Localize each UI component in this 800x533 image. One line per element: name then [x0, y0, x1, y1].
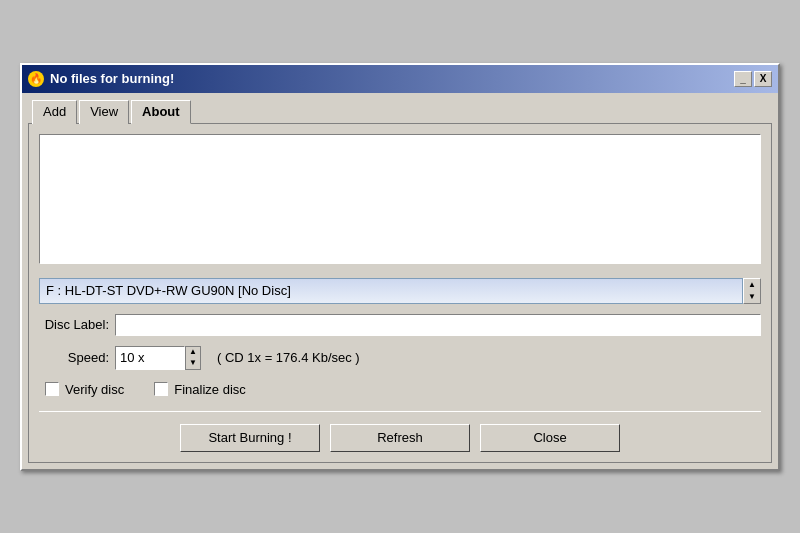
speed-input[interactable] [115, 346, 185, 370]
close-button-main[interactable]: Close [480, 424, 620, 452]
speed-spinner-down-icon[interactable]: ▼ [186, 358, 200, 369]
checkbox-row: Verify disc Finalize disc [39, 382, 761, 397]
verify-disc-item: Verify disc [45, 382, 124, 397]
button-row: Start Burning ! Refresh Close [39, 420, 761, 452]
disc-label-row: Disc Label: [39, 314, 761, 336]
finalize-disc-item: Finalize disc [154, 382, 246, 397]
window-body: Add View About F : HL-DT-ST DVD+-RW GU90… [22, 93, 778, 469]
speed-input-wrap: ▲ ▼ [115, 346, 201, 370]
drive-select[interactable]: F : HL-DT-ST DVD+-RW GU90N [No Disc] [39, 278, 743, 304]
separator [39, 411, 761, 412]
title-bar: 🔥 No files for burning! _ X [22, 65, 778, 93]
disc-label-input[interactable] [115, 314, 761, 336]
speed-row: Speed: ▲ ▼ ( CD 1x = 176.4 Kb/sec ) [39, 346, 761, 370]
window-icon: 🔥 [28, 71, 44, 87]
title-bar-left: 🔥 No files for burning! [28, 71, 174, 87]
finalize-disc-label: Finalize disc [174, 382, 246, 397]
finalize-disc-checkbox[interactable] [154, 382, 168, 396]
main-window: 🔥 No files for burning! _ X Add View Abo… [20, 63, 780, 471]
drive-spinner[interactable]: ▲ ▼ [743, 278, 761, 304]
start-burning-button[interactable]: Start Burning ! [180, 424, 320, 452]
refresh-button[interactable]: Refresh [330, 424, 470, 452]
title-bar-controls: _ X [734, 71, 772, 87]
tab-bar: Add View About [28, 99, 772, 123]
speed-spinner-up-icon[interactable]: ▲ [186, 347, 200, 358]
spinner-up-icon[interactable]: ▲ [744, 279, 760, 291]
tab-view[interactable]: View [79, 100, 129, 124]
window-title: No files for burning! [50, 71, 174, 86]
close-button[interactable]: X [754, 71, 772, 87]
verify-disc-label: Verify disc [65, 382, 124, 397]
file-list-box [39, 134, 761, 264]
drive-row: F : HL-DT-ST DVD+-RW GU90N [No Disc] ▲ ▼ [39, 278, 761, 304]
tab-about[interactable]: About [131, 100, 191, 124]
minimize-button[interactable]: _ [734, 71, 752, 87]
spinner-down-icon[interactable]: ▼ [744, 291, 760, 303]
speed-label-text: Speed: [39, 350, 109, 365]
content-area: F : HL-DT-ST DVD+-RW GU90N [No Disc] ▲ ▼… [28, 123, 772, 463]
speed-spinner[interactable]: ▲ ▼ [185, 346, 201, 370]
speed-info-text: ( CD 1x = 176.4 Kb/sec ) [217, 350, 360, 365]
disc-label-text: Disc Label: [39, 317, 109, 332]
tab-add[interactable]: Add [32, 100, 77, 124]
verify-disc-checkbox[interactable] [45, 382, 59, 396]
